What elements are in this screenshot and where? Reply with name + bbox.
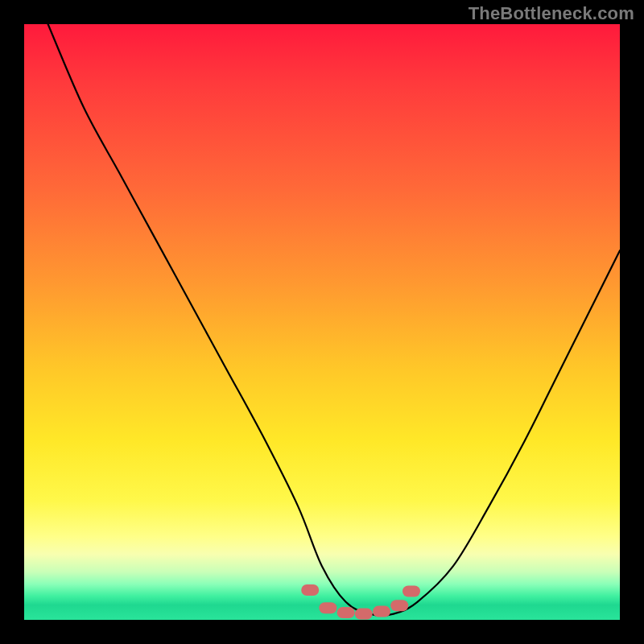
chart-svg xyxy=(24,24,620,620)
bottom-highlight-markers xyxy=(301,584,420,620)
bottleneck-curve xyxy=(48,24,620,615)
marker-pill xyxy=(402,586,420,597)
marker-pill xyxy=(301,584,319,596)
marker-pill xyxy=(390,600,408,611)
plot-area xyxy=(24,24,620,620)
watermark-text: TheBottleneck.com xyxy=(469,3,634,24)
marker-pill xyxy=(355,609,373,620)
marker-pill xyxy=(337,607,355,618)
marker-pill xyxy=(373,606,390,617)
outer-frame: TheBottleneck.com xyxy=(0,0,644,644)
marker-pill xyxy=(319,602,336,613)
